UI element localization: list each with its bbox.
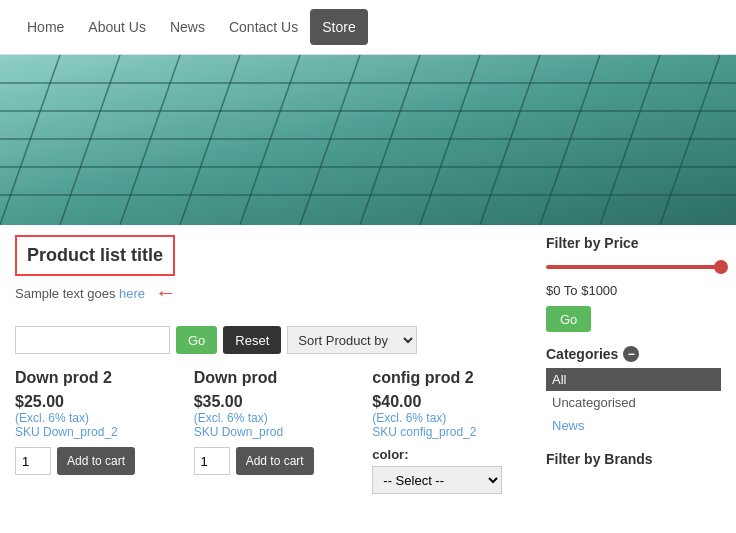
hero-grid-svg bbox=[0, 55, 736, 225]
nav-store[interactable]: Store bbox=[310, 9, 367, 45]
sort-select[interactable]: Sort Product by Name A-Z Name Z-A Price … bbox=[287, 326, 417, 354]
products-row: Down prod 2 $25.00 (Excl. 6% tax) SKU Do… bbox=[15, 369, 531, 494]
filter-brands-title: Filter by Brands bbox=[546, 451, 721, 467]
categories-title: Categories bbox=[546, 346, 618, 362]
categories-section: Categories − All Uncategorised News bbox=[546, 346, 721, 437]
product-1-price: $25.00 bbox=[15, 393, 174, 411]
product-2-name: Down prod bbox=[194, 369, 353, 387]
product-3-tax: (Excl. 6% tax) bbox=[372, 411, 531, 425]
left-column: Product list title Sample text goes here… bbox=[15, 235, 531, 494]
filter-price-section: Filter by Price $0 To $1000 Go bbox=[546, 235, 721, 332]
annotation-row: Sample text goes here ← bbox=[15, 280, 177, 306]
product-card-1: Down prod 2 $25.00 (Excl. 6% tax) SKU Do… bbox=[15, 369, 174, 494]
categories-header: Categories − bbox=[546, 346, 721, 362]
search-go-button[interactable]: Go bbox=[176, 326, 217, 354]
page-title: Product list title bbox=[27, 245, 163, 266]
nav-contact-us[interactable]: Contact Us bbox=[217, 9, 310, 45]
price-range-text: $0 To $1000 bbox=[546, 283, 721, 298]
hero-banner bbox=[0, 55, 736, 225]
filter-price-title: Filter by Price bbox=[546, 235, 721, 251]
product-3-price: $40.00 bbox=[372, 393, 531, 411]
product-1-cart-button[interactable]: Add to cart bbox=[57, 447, 135, 475]
price-slider[interactable] bbox=[546, 257, 721, 277]
product-2-qty[interactable] bbox=[194, 447, 230, 475]
sample-text: Sample text goes here bbox=[15, 286, 145, 301]
main-content: Product list title Sample text goes here… bbox=[0, 225, 736, 504]
product-2-tax: (Excl. 6% tax) bbox=[194, 411, 353, 425]
product-3-color-label: color: bbox=[372, 447, 531, 462]
reset-button[interactable]: Reset bbox=[223, 326, 281, 354]
toolbar: Go Reset Sort Product by Name A-Z Name Z… bbox=[15, 326, 531, 354]
category-news[interactable]: News bbox=[546, 414, 721, 437]
product-1-tax: (Excl. 6% tax) bbox=[15, 411, 174, 425]
category-uncategorised[interactable]: Uncategorised bbox=[546, 391, 721, 414]
filter-brands-section: Filter by Brands bbox=[546, 451, 721, 467]
price-slider-fill bbox=[546, 265, 721, 269]
product-1-sku: SKU Down_prod_2 bbox=[15, 425, 174, 439]
product-2-sku: SKU Down_prod bbox=[194, 425, 353, 439]
red-arrow-icon: ← bbox=[155, 280, 177, 306]
categories-list: All Uncategorised News bbox=[546, 368, 721, 437]
product-card-3: config prod 2 $40.00 (Excl. 6% tax) SKU … bbox=[372, 369, 531, 494]
product-3-sku: SKU config_prod_2 bbox=[372, 425, 531, 439]
product-2-price: $35.00 bbox=[194, 393, 353, 411]
product-2-qty-cart: Add to cart bbox=[194, 447, 353, 475]
product-card-2: Down prod $35.00 (Excl. 6% tax) SKU Down… bbox=[194, 369, 353, 494]
product-1-qty[interactable] bbox=[15, 447, 51, 475]
product-1-name: Down prod 2 bbox=[15, 369, 174, 387]
product-3-name: config prod 2 bbox=[372, 369, 531, 387]
search-input[interactable] bbox=[15, 326, 170, 354]
nav-news[interactable]: News bbox=[158, 9, 217, 45]
product-list-title-box: Product list title bbox=[15, 235, 175, 276]
category-all[interactable]: All bbox=[546, 368, 721, 391]
price-go-button[interactable]: Go bbox=[546, 306, 591, 332]
product-3-color-select[interactable]: -- Select -- Red Blue Green bbox=[372, 466, 502, 494]
sample-link[interactable]: here bbox=[119, 286, 145, 301]
nav-home[interactable]: Home bbox=[15, 9, 76, 45]
product-1-qty-cart: Add to cart bbox=[15, 447, 174, 475]
right-sidebar: Filter by Price $0 To $1000 Go Categorie… bbox=[546, 235, 721, 494]
product-2-cart-button[interactable]: Add to cart bbox=[236, 447, 314, 475]
nav-about-us[interactable]: About Us bbox=[76, 9, 158, 45]
categories-collapse-button[interactable]: − bbox=[623, 346, 639, 362]
navigation: Home About Us News Contact Us Store bbox=[0, 0, 736, 55]
price-slider-thumb[interactable] bbox=[714, 260, 728, 274]
